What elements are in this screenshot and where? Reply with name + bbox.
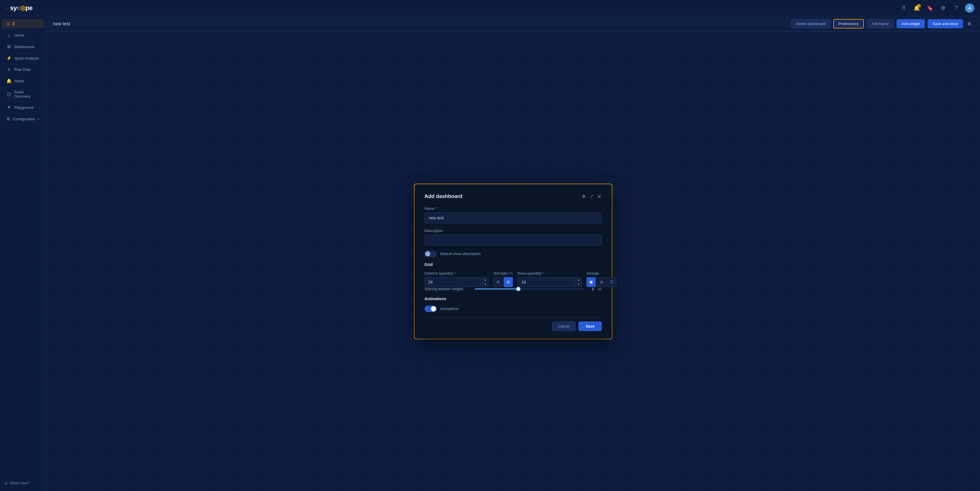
delete-dashboard-button[interactable]: Delete dashboard — [791, 19, 830, 28]
sidebar-item-home[interactable]: ⌂ Home — [2, 30, 44, 41]
modal-footer: Cancel Save — [425, 317, 602, 331]
columns-increment[interactable]: ▲ — [482, 277, 489, 282]
columns-label: Columns (quantity) * — [425, 271, 489, 276]
sidebar-item-label: Home — [14, 33, 24, 37]
columns-group: Columns (quantity) * ▲ ▼ — [425, 271, 489, 287]
modal-header: Add dashboard ✥ ⤢ ✕ — [425, 193, 602, 200]
sidebar-item-configuration[interactable]: ⚙ Configuration ▾ — [2, 113, 44, 124]
toggle-knob — [425, 251, 430, 257]
arrange-group: Arrange ▣ ⊞ ☰ — [587, 271, 616, 287]
modal-expand-icon-button[interactable]: ⤢ — [589, 193, 594, 200]
rows-spinner: ▲ ▼ — [517, 277, 582, 287]
sidebar-item-label: Quick Analysis — [14, 56, 39, 61]
save-close-button[interactable]: Save and close — [928, 19, 963, 28]
dashboard-header: new test Delete dashboard Preferences Ad… — [46, 16, 980, 32]
help-icon: ? — [955, 5, 958, 11]
description-toggle-row: Default show description — [425, 251, 602, 257]
arrange-opt1-button[interactable]: ▣ — [587, 277, 596, 287]
header-actions: Delete dashboard Preferences Add frame A… — [791, 19, 973, 29]
modal-move-icon-button[interactable]: ✥ — [581, 193, 586, 200]
dashboards-icon: ⊞ — [6, 44, 11, 49]
whats-new-icon: ◎ — [5, 481, 8, 485]
modal-overlay: Add dashboard ✥ ⤢ ✕ Name * — [46, 32, 980, 491]
asset-discovery-icon: ◫ — [6, 91, 11, 97]
animations-toggle-label: Animations — [440, 306, 458, 311]
sidebar-item-dashboards[interactable]: ⊞ Dashboards — [2, 41, 44, 52]
animations-toggle[interactable] — [425, 306, 437, 312]
spacing-row: Spacing between widgets 8 px — [425, 287, 602, 291]
alerts-icon: 🔔 — [6, 78, 11, 83]
columns-decrement[interactable]: ▼ — [482, 282, 489, 287]
rows-arrows: ▲ ▼ — [575, 277, 582, 287]
grid-type-fixed-button[interactable]: ⊞ — [493, 277, 503, 287]
modal-close-button[interactable]: ✕ — [597, 193, 602, 200]
rows-increment[interactable]: ▲ — [575, 277, 582, 282]
description-toggle[interactable] — [425, 251, 437, 257]
user-avatar[interactable]: A — [965, 3, 974, 13]
help-icon-button[interactable]: ? — [952, 3, 961, 13]
playground-icon: ✦ — [6, 105, 11, 110]
logo[interactable]: ‹ syc◎pe — [6, 4, 32, 12]
spacing-value: 8 — [588, 287, 594, 291]
quick-analysis-icon: ⚡ — [6, 56, 11, 61]
dashboard-title: new test — [53, 21, 70, 27]
sidebar-item-playground[interactable]: ✦ Playground — [2, 102, 44, 113]
notification-badge: 1 — [917, 4, 921, 8]
sidebar-item-label: Configuration — [13, 117, 35, 121]
animations-toggle-row: Animations — [425, 306, 602, 312]
add-frame-button[interactable]: Add frame — [867, 19, 894, 28]
add-dashboard-modal: Add dashboard ✥ ⤢ ✕ Name * — [415, 185, 611, 338]
sidebar-item-label: Alerts — [14, 79, 24, 83]
slider-thumb[interactable] — [516, 287, 521, 291]
sidebar-item-raw-data[interactable]: ≡ Raw Data — [2, 64, 44, 75]
preferences-button[interactable]: Preferences — [833, 19, 864, 29]
grid-type-label: Grid type (?) — [493, 271, 513, 276]
grid-type-buttons: ⊞ ⊟ — [493, 277, 513, 287]
arrange-buttons: ▣ ⊞ ☰ — [587, 277, 616, 287]
modal-border: Add dashboard ✥ ⤢ ✕ Name * — [414, 183, 612, 340]
grid-type-fluid-button[interactable]: ⊟ — [504, 277, 513, 287]
description-label: Description — [425, 228, 602, 233]
grid-type-help-icon[interactable]: (?) — [508, 271, 512, 276]
sidebar-item-quick-analysis[interactable]: ⚡ Quick Analysis — [2, 53, 44, 64]
whats-new-label: What's new? — [10, 481, 29, 485]
gear-icon: ⚙ — [941, 5, 945, 11]
back-arrow-icon[interactable]: ‹ — [6, 6, 7, 10]
sidebar: ⚠ 2 ⌂ Home ⊞ Dashboards ⚡ Quick Analysis… — [0, 16, 46, 491]
rows-decrement[interactable]: ▼ — [575, 282, 582, 287]
notifications-icon-button[interactable]: 🔔 1 — [912, 3, 921, 13]
name-input[interactable] — [425, 212, 602, 223]
sidebar-item-asset-discovery[interactable]: ◫ Asset Discovery — [2, 87, 44, 101]
rows-input[interactable] — [518, 277, 575, 287]
sidebar-item-label: Dashboards — [14, 45, 35, 49]
animations-toggle-knob — [431, 306, 436, 311]
grid-controls: Columns (quantity) * ▲ ▼ — [425, 271, 602, 287]
configuration-icon: ⚙ — [6, 116, 10, 121]
apps-icon: ⠿ — [902, 5, 905, 11]
sidebar-item-alerts[interactable]: 🔔 Alerts — [2, 75, 44, 86]
columns-input[interactable] — [425, 277, 482, 287]
cancel-button[interactable]: Cancel — [552, 322, 576, 331]
close-button[interactable]: ✕ — [966, 21, 973, 27]
main-layout: ⚠ 2 ⌂ Home ⊞ Dashboards ⚡ Quick Analysis… — [0, 16, 980, 491]
spacing-slider[interactable] — [475, 289, 584, 290]
content-area: new test Delete dashboard Preferences Ad… — [46, 16, 980, 491]
arrange-opt2-button[interactable]: ⊞ — [597, 277, 606, 287]
alert-badge[interactable]: ⚠ 2 — [2, 19, 44, 28]
description-field-group: Description — [425, 228, 602, 246]
modal-header-icons: ✥ ⤢ ✕ — [581, 193, 602, 200]
toggle-label: Default show description — [440, 252, 481, 256]
dashboard-grid: Add dashboard ✥ ⤢ ✕ Name * — [46, 32, 980, 491]
whats-new-button[interactable]: ◎ What's new? — [0, 478, 46, 488]
nav-right: ⠿ 🔔 1 🔖 ⚙ ? A — [899, 3, 974, 13]
save-button[interactable]: Save — [578, 322, 601, 331]
bookmarks-icon-button[interactable]: 🔖 — [925, 3, 935, 13]
rows-group: Rows (quantity) * ▲ ▼ — [517, 271, 582, 287]
description-input[interactable] — [425, 234, 602, 246]
add-widget-button[interactable]: Add widget — [897, 19, 925, 28]
arrange-opt3-button[interactable]: ☰ — [607, 277, 616, 287]
name-label: Name * — [425, 206, 602, 211]
arrange-label: Arrange — [587, 271, 616, 276]
apps-icon-button[interactable]: ⠿ — [899, 3, 908, 13]
settings-icon-button[interactable]: ⚙ — [939, 3, 948, 13]
